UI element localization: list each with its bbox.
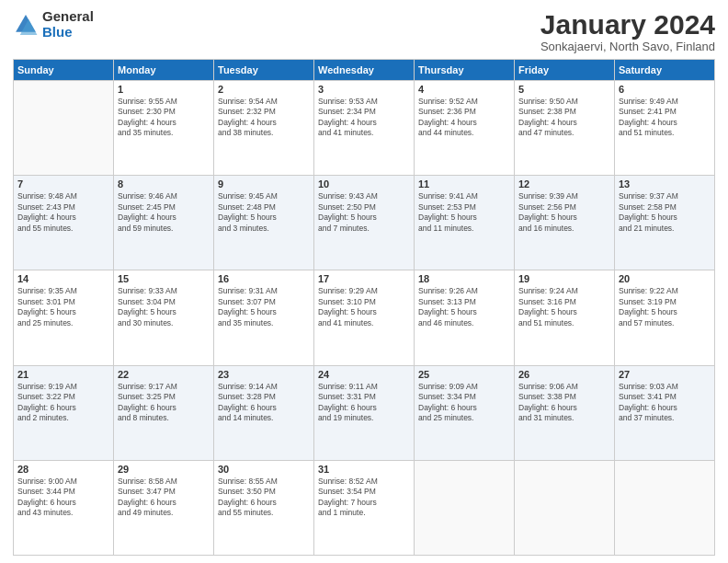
calendar-cell: 31Sunrise: 8:52 AM Sunset: 3:54 PM Dayli… <box>314 460 415 555</box>
calendar-cell <box>14 81 114 176</box>
title-block: January 2024 Sonkajaervi, North Savo, Fi… <box>540 9 715 53</box>
day-number: 4 <box>418 84 510 95</box>
calendar-cell: 26Sunrise: 9:06 AM Sunset: 3:38 PM Dayli… <box>515 365 615 460</box>
calendar-header-tuesday: Tuesday <box>214 60 314 81</box>
calendar-week-row: 21Sunrise: 9:19 AM Sunset: 3:22 PM Dayli… <box>14 365 715 460</box>
calendar-cell: 2Sunrise: 9:54 AM Sunset: 2:32 PM Daylig… <box>214 81 314 176</box>
calendar-header-sunday: Sunday <box>14 60 114 81</box>
calendar-cell: 11Sunrise: 9:41 AM Sunset: 2:53 PM Dayli… <box>415 176 515 270</box>
logo-general-text: General <box>42 9 94 25</box>
day-number: 22 <box>118 369 210 380</box>
day-number: 12 <box>518 178 610 190</box>
day-number: 19 <box>518 273 610 284</box>
day-number: 10 <box>318 178 410 190</box>
calendar-cell: 12Sunrise: 9:39 AM Sunset: 2:56 PM Dayli… <box>515 176 615 270</box>
day-info: Sunrise: 9:33 AM Sunset: 3:04 PM Dayligh… <box>118 286 210 328</box>
day-info: Sunrise: 9:55 AM Sunset: 2:30 PM Dayligh… <box>118 97 210 139</box>
day-number: 14 <box>17 273 109 284</box>
calendar-cell: 9Sunrise: 9:45 AM Sunset: 2:48 PM Daylig… <box>214 176 314 270</box>
calendar-cell: 17Sunrise: 9:29 AM Sunset: 3:10 PM Dayli… <box>314 270 415 365</box>
day-number: 1 <box>118 84 210 95</box>
logo-text: General Blue <box>42 9 94 40</box>
day-number: 9 <box>218 178 310 190</box>
calendar-container: General Blue January 2024 Sonkajaervi, N… <box>0 0 728 563</box>
calendar-cell: 10Sunrise: 9:43 AM Sunset: 2:50 PM Dayli… <box>314 176 415 270</box>
day-info: Sunrise: 9:41 AM Sunset: 2:53 PM Dayligh… <box>418 191 510 234</box>
day-info: Sunrise: 8:55 AM Sunset: 3:50 PM Dayligh… <box>218 477 310 519</box>
day-number: 17 <box>318 273 410 284</box>
calendar-cell: 6Sunrise: 9:49 AM Sunset: 2:41 PM Daylig… <box>615 81 715 176</box>
calendar-cell: 1Sunrise: 9:55 AM Sunset: 2:30 PM Daylig… <box>114 81 214 176</box>
day-info: Sunrise: 9:03 AM Sunset: 3:41 PM Dayligh… <box>619 382 711 424</box>
calendar-table: SundayMondayTuesdayWednesdayThursdayFrid… <box>13 59 715 556</box>
day-number: 29 <box>118 464 210 475</box>
calendar-cell: 7Sunrise: 9:48 AM Sunset: 2:43 PM Daylig… <box>14 176 114 270</box>
day-info: Sunrise: 9:53 AM Sunset: 2:34 PM Dayligh… <box>318 97 410 139</box>
day-number: 8 <box>118 178 210 190</box>
day-info: Sunrise: 9:48 AM Sunset: 2:43 PM Dayligh… <box>17 191 109 234</box>
calendar-header-friday: Friday <box>515 60 615 81</box>
calendar-cell: 25Sunrise: 9:09 AM Sunset: 3:34 PM Dayli… <box>415 365 515 460</box>
calendar-cell: 21Sunrise: 9:19 AM Sunset: 3:22 PM Dayli… <box>14 365 114 460</box>
day-info: Sunrise: 9:43 AM Sunset: 2:50 PM Dayligh… <box>318 191 410 234</box>
calendar-cell: 18Sunrise: 9:26 AM Sunset: 3:13 PM Dayli… <box>415 270 515 365</box>
day-info: Sunrise: 9:31 AM Sunset: 3:07 PM Dayligh… <box>218 286 310 328</box>
calendar-week-row: 28Sunrise: 9:00 AM Sunset: 3:44 PM Dayli… <box>14 460 715 555</box>
calendar-cell <box>415 460 515 555</box>
calendar-cell: 22Sunrise: 9:17 AM Sunset: 3:25 PM Dayli… <box>114 365 214 460</box>
calendar-cell: 8Sunrise: 9:46 AM Sunset: 2:45 PM Daylig… <box>114 176 214 270</box>
calendar-cell <box>615 460 715 555</box>
calendar-cell: 3Sunrise: 9:53 AM Sunset: 2:34 PM Daylig… <box>314 81 415 176</box>
day-number: 24 <box>318 369 410 380</box>
day-info: Sunrise: 9:11 AM Sunset: 3:31 PM Dayligh… <box>318 382 410 424</box>
day-number: 23 <box>218 369 310 380</box>
day-number: 16 <box>218 273 310 284</box>
calendar-cell: 19Sunrise: 9:24 AM Sunset: 3:16 PM Dayli… <box>515 270 615 365</box>
calendar-header-thursday: Thursday <box>415 60 515 81</box>
day-info: Sunrise: 9:50 AM Sunset: 2:38 PM Dayligh… <box>518 97 610 139</box>
day-number: 27 <box>619 369 711 380</box>
main-title: January 2024 <box>540 9 715 40</box>
day-number: 18 <box>418 273 510 284</box>
day-number: 3 <box>318 84 410 95</box>
day-info: Sunrise: 9:39 AM Sunset: 2:56 PM Dayligh… <box>518 191 610 234</box>
subtitle: Sonkajaervi, North Savo, Finland <box>540 40 715 53</box>
logo-blue-text: Blue <box>42 25 94 40</box>
day-info: Sunrise: 9:37 AM Sunset: 2:58 PM Dayligh… <box>619 191 711 234</box>
calendar-week-row: 1Sunrise: 9:55 AM Sunset: 2:30 PM Daylig… <box>14 81 715 176</box>
calendar-cell: 30Sunrise: 8:55 AM Sunset: 3:50 PM Dayli… <box>214 460 314 555</box>
day-number: 31 <box>318 464 410 475</box>
calendar-cell: 5Sunrise: 9:50 AM Sunset: 2:38 PM Daylig… <box>515 81 615 176</box>
day-info: Sunrise: 9:45 AM Sunset: 2:48 PM Dayligh… <box>218 191 310 234</box>
header: General Blue January 2024 Sonkajaervi, N… <box>13 9 715 53</box>
day-number: 20 <box>619 273 711 284</box>
calendar-cell: 20Sunrise: 9:22 AM Sunset: 3:19 PM Dayli… <box>615 270 715 365</box>
calendar-week-row: 7Sunrise: 9:48 AM Sunset: 2:43 PM Daylig… <box>14 176 715 270</box>
day-number: 2 <box>218 84 310 95</box>
calendar-cell: 13Sunrise: 9:37 AM Sunset: 2:58 PM Dayli… <box>615 176 715 270</box>
day-info: Sunrise: 9:22 AM Sunset: 3:19 PM Dayligh… <box>619 286 711 328</box>
calendar-header-row: SundayMondayTuesdayWednesdayThursdayFrid… <box>14 60 715 81</box>
calendar-header-monday: Monday <box>114 60 214 81</box>
day-info: Sunrise: 9:46 AM Sunset: 2:45 PM Dayligh… <box>118 191 210 234</box>
calendar-cell: 15Sunrise: 9:33 AM Sunset: 3:04 PM Dayli… <box>114 270 214 365</box>
calendar-cell <box>515 460 615 555</box>
day-info: Sunrise: 9:09 AM Sunset: 3:34 PM Dayligh… <box>418 382 510 424</box>
day-info: Sunrise: 9:06 AM Sunset: 3:38 PM Dayligh… <box>518 382 610 424</box>
day-info: Sunrise: 9:54 AM Sunset: 2:32 PM Dayligh… <box>218 97 310 139</box>
day-number: 6 <box>619 84 711 95</box>
day-info: Sunrise: 9:14 AM Sunset: 3:28 PM Dayligh… <box>218 382 310 424</box>
calendar-cell: 4Sunrise: 9:52 AM Sunset: 2:36 PM Daylig… <box>415 81 515 176</box>
day-info: Sunrise: 9:35 AM Sunset: 3:01 PM Dayligh… <box>17 286 109 328</box>
day-info: Sunrise: 9:52 AM Sunset: 2:36 PM Dayligh… <box>418 97 510 139</box>
day-number: 28 <box>17 464 109 475</box>
day-info: Sunrise: 9:49 AM Sunset: 2:41 PM Dayligh… <box>619 97 711 139</box>
day-number: 30 <box>218 464 310 475</box>
calendar-header-saturday: Saturday <box>615 60 715 81</box>
day-number: 7 <box>17 178 109 190</box>
day-number: 26 <box>518 369 610 380</box>
day-number: 15 <box>118 273 210 284</box>
calendar-cell: 29Sunrise: 8:58 AM Sunset: 3:47 PM Dayli… <box>114 460 214 555</box>
logo: General Blue <box>13 9 94 40</box>
calendar-cell: 23Sunrise: 9:14 AM Sunset: 3:28 PM Dayli… <box>214 365 314 460</box>
